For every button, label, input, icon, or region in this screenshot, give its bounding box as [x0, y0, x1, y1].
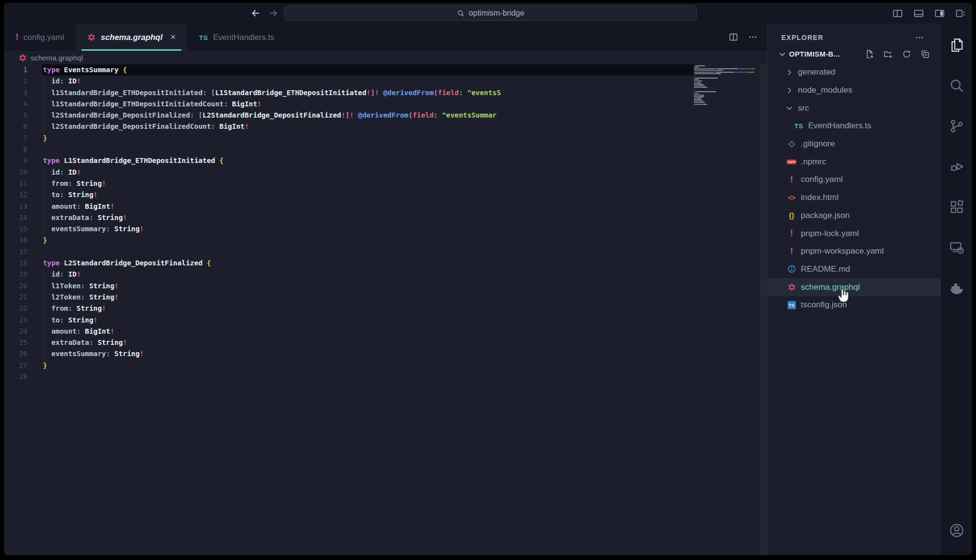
editor-scrollbar[interactable]	[760, 64, 767, 555]
more-actions-icon[interactable]	[748, 32, 758, 42]
code-line-8[interactable]: 8	[4, 144, 767, 155]
new-folder-icon[interactable]	[883, 49, 893, 59]
tree-file-pnpm-workspace.yaml[interactable]: !pnpm-workspace.yaml	[768, 242, 941, 260]
file-tree: generatednode_modulessrcTSEventHandlers.…	[768, 63, 941, 555]
tab-EventHandlers.ts[interactable]: TSEventHandlers.ts	[187, 23, 286, 51]
activity-account-icon[interactable]	[949, 522, 965, 539]
tree-file-tsconfig.json[interactable]: TStsconfig.json	[768, 296, 941, 314]
back-arrow-icon[interactable]	[250, 8, 261, 19]
code-line-11[interactable]: 11 from: String!	[4, 178, 767, 189]
tree-file-schema.graphql[interactable]: schema.graphql	[768, 278, 941, 296]
explorer-more-actions-icon[interactable]	[915, 33, 924, 42]
code-line-16[interactable]: 16}	[4, 235, 767, 246]
search-icon	[457, 9, 465, 18]
html-icon: <>	[788, 194, 795, 201]
activity-bar	[941, 23, 972, 555]
tree-folder-generated[interactable]: generated	[768, 63, 941, 81]
line-number: 13	[4, 201, 27, 212]
code-line-15[interactable]: 15 eventsSummary: String!	[4, 223, 767, 235]
line-text: eventsSummary: String!	[43, 350, 144, 358]
tab-schema.graphql[interactable]: schema.graphql×	[76, 23, 187, 51]
code-line-5[interactable]: 5 l2StandardBridge_DepositFinalized: [L2…	[4, 110, 767, 121]
code-line-23[interactable]: 23 to: String!	[4, 315, 767, 326]
minimap[interactable]	[694, 65, 759, 110]
forward-arrow-icon[interactable]	[268, 8, 279, 19]
line-number: 27	[4, 360, 27, 371]
toggle-panel-icon[interactable]	[913, 8, 924, 19]
code-line-20[interactable]: 20 l1Token: String!	[4, 280, 767, 292]
tree-file-pnpm-lock.yaml[interactable]: !pnpm-lock.yaml	[768, 224, 941, 242]
activity-remote-explorer-icon[interactable]	[949, 240, 965, 256]
tree-file-index.html[interactable]: <>index.html	[768, 189, 941, 207]
code-line-13[interactable]: 13 amount: BigInt!	[4, 201, 767, 212]
yaml-icon: !	[790, 228, 793, 239]
code-line-21[interactable]: 21 l2Token: String!	[4, 292, 767, 303]
code-line-3[interactable]: 3 l1StandardBridge_ETHDepositInitiated: …	[4, 87, 767, 99]
line-text: id: ID!	[43, 270, 81, 278]
code-line-28[interactable]: 28	[4, 371, 767, 382]
code-line-1[interactable]: 1type EventsSummary {	[4, 64, 767, 76]
code-line-27[interactable]: 27}	[4, 360, 767, 371]
activity-docker-icon[interactable]	[949, 280, 965, 296]
tree-file-README.md[interactable]: README.md	[768, 260, 941, 279]
toggle-sidebar-left-icon[interactable]	[892, 8, 903, 19]
tree-file-.gitignore[interactable]: .gitignore	[768, 135, 941, 153]
graphql-icon	[19, 54, 27, 62]
new-file-icon[interactable]	[865, 49, 874, 59]
tsconfig-icon: TS	[788, 301, 796, 309]
line-number: 12	[4, 189, 27, 200]
line-number: 15	[4, 223, 27, 235]
line-text: id: ID!	[43, 77, 81, 85]
code-line-7[interactable]: 7}	[4, 133, 767, 144]
code-line-22[interactable]: 22 from: String!	[4, 303, 767, 314]
tree-file-.npmrc[interactable]: npm.npmrc	[768, 153, 941, 171]
tabs: !config.yaml schema.graphql×TSEventHandl…	[4, 23, 286, 51]
split-editor-icon[interactable]	[728, 32, 739, 42]
line-number: 7	[4, 133, 27, 144]
explorer-section-root[interactable]: OPTIMISM-B...	[768, 45, 941, 63]
tree-file-package.json[interactable]: {}package.json	[768, 207, 941, 225]
tree-item-label: node_modules	[798, 85, 853, 95]
code-line-6[interactable]: 6 l2StandardBridge_DepositFinalizedCount…	[4, 121, 767, 132]
code-line-24[interactable]: 24 amount: BigInt!	[4, 326, 767, 337]
collapse-folders-icon[interactable]	[920, 49, 930, 59]
title-bar: optimism-bridge	[4, 3, 972, 23]
tree-folder-src[interactable]: src	[768, 99, 941, 117]
code-editor[interactable]: 1type EventsSummary {2 id: ID!3 l1Standa…	[4, 64, 767, 555]
line-number: 24	[4, 326, 27, 337]
code-line-19[interactable]: 19 id: ID!	[4, 269, 767, 280]
activity-extensions-icon[interactable]	[949, 199, 965, 215]
tree-folder-node_modules[interactable]: node_modules	[768, 81, 941, 100]
tree-file-config.yaml[interactable]: !config.yaml	[768, 171, 941, 189]
activity-source-control-icon[interactable]	[949, 118, 965, 134]
code-line-2[interactable]: 2 id: ID!	[4, 76, 767, 87]
activity-run-debug-icon[interactable]	[949, 159, 965, 175]
code-line-26[interactable]: 26 eventsSummary: String!	[4, 348, 767, 360]
tab-config.yaml[interactable]: !config.yaml	[4, 23, 76, 51]
graphql-icon	[87, 33, 96, 41]
close-tab-icon[interactable]: ×	[170, 32, 176, 42]
customize-layout-icon[interactable]	[955, 8, 966, 19]
code-line-18[interactable]: 18type L2StandardBridge_DepositFinalized…	[4, 258, 767, 269]
activity-explorer-icon[interactable]	[949, 37, 965, 53]
tree-item-label: .gitignore	[801, 139, 835, 149]
code-line-10[interactable]: 10 id: ID!	[4, 167, 767, 178]
tree-item-label: tsconfig.json	[801, 300, 847, 310]
toggle-sidebar-right-icon[interactable]	[934, 8, 945, 19]
line-number: 9	[4, 155, 27, 166]
line-number: 28	[4, 371, 27, 382]
code-line-17[interactable]: 17	[4, 246, 767, 258]
code-line-25[interactable]: 25 extraData: String!	[4, 337, 767, 348]
code-line-14[interactable]: 14 extraData: String!	[4, 212, 767, 223]
breadcrumb-item[interactable]: schema.graphql	[31, 54, 83, 62]
activity-search-icon[interactable]	[949, 78, 965, 94]
command-center-search[interactable]: optimism-bridge	[284, 5, 697, 21]
line-text: type L2StandardBridge_DepositFinalized {	[43, 259, 211, 267]
refresh-icon[interactable]	[902, 49, 912, 59]
tree-item-label: .npmrc	[801, 157, 826, 167]
code-line-9[interactable]: 9type L1StandardBridge_ETHDepositInitiat…	[4, 155, 767, 166]
code-line-4[interactable]: 4 l1StandardBridge_ETHDepositInitiatedCo…	[4, 99, 767, 110]
line-text: l1StandardBridge_ETHDepositInitiatedCoun…	[43, 100, 262, 108]
tree-file-EventHandlers.ts[interactable]: TSEventHandlers.ts	[768, 117, 941, 135]
code-line-12[interactable]: 12 to: String!	[4, 189, 767, 200]
